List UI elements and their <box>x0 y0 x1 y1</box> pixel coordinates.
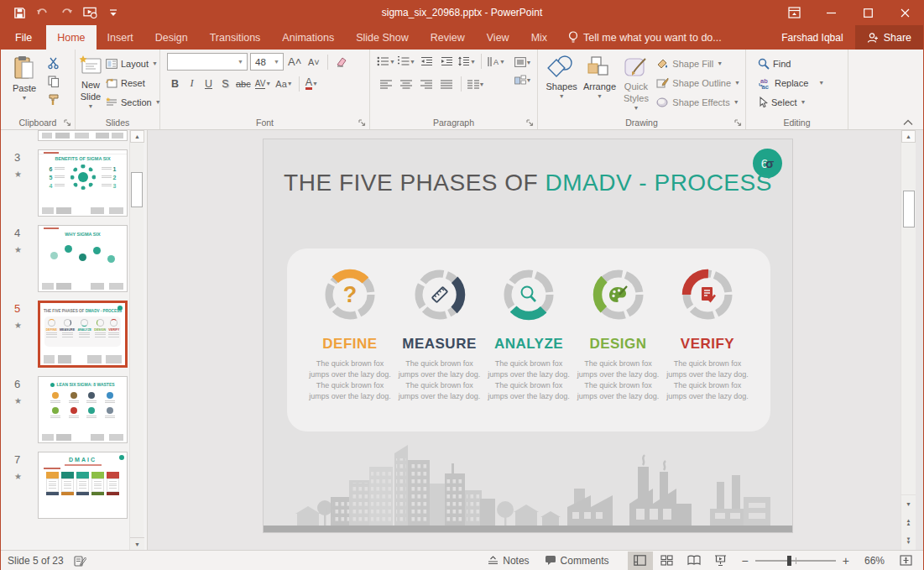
previous-slide-button[interactable]: ▲▲ <box>901 513 916 531</box>
zoom-out-button[interactable]: − <box>742 554 749 567</box>
paragraph-dialog-launcher[interactable] <box>526 119 535 128</box>
cut-button[interactable] <box>44 55 63 71</box>
increase-indent-button[interactable] <box>437 53 456 70</box>
reset-button[interactable]: Reset <box>102 74 164 92</box>
ribbon-display-options-button[interactable] <box>775 0 812 25</box>
thumbnail-scrollbar[interactable]: ▲ ▼ <box>129 130 144 550</box>
new-slide-button[interactable]: New Slide ▼ <box>79 53 102 115</box>
underline-button[interactable]: U <box>201 76 217 92</box>
collapse-ribbon-button[interactable] <box>903 119 913 126</box>
line-spacing-button[interactable]: ▼ <box>457 53 476 70</box>
thumbnail-slide-3[interactable]: 3 ★ BENEFITS OF SIGMA SIX 6 5 4 <box>1 141 127 217</box>
font-size-combo[interactable]: 48▼ <box>250 53 284 71</box>
decrease-indent-button[interactable] <box>417 53 436 70</box>
next-slide-button[interactable]: ▼▼ <box>901 531 916 550</box>
find-button[interactable]: Find <box>754 55 846 72</box>
paste-button[interactable]: Paste ▼ <box>4 53 44 115</box>
maximize-button[interactable] <box>849 0 886 25</box>
bold-button[interactable]: B <box>167 76 183 92</box>
align-center-button[interactable] <box>397 76 415 92</box>
decrease-font-size-button[interactable]: A˅ <box>305 54 321 70</box>
slide-canvas[interactable]: 6σ THE FIVE PHASES OF DMADV - PROCESS ? <box>148 130 901 550</box>
text-shadow-button[interactable]: S <box>217 76 233 92</box>
minimize-button[interactable] <box>812 0 849 25</box>
shape-outline-button[interactable]: Shape Outline▼ <box>653 74 744 92</box>
font-color-button[interactable]: A▼ <box>304 76 320 92</box>
section-button[interactable]: Section▼ <box>102 93 164 111</box>
phase-analyze[interactable]: ANALYZE The quick brown fox jumps over t… <box>486 265 572 431</box>
zoom-in-button[interactable]: + <box>843 554 849 567</box>
change-case-button[interactable]: Aa▼ <box>274 76 294 92</box>
bullets-button[interactable]: ▼ <box>377 53 395 70</box>
thumbnail-scrollbar-thumb[interactable] <box>131 172 143 207</box>
thumbnail-slide-7[interactable]: 7 ★ DMAIC <box>1 443 127 519</box>
zoom-thumb[interactable] <box>787 556 791 566</box>
zoom-slider[interactable]: − + <box>735 554 856 567</box>
notes-toggle-button[interactable]: Notes <box>481 551 535 570</box>
thumbnail-slide-6[interactable]: 6 ★ LEAN SIX SIGMA: 8 WASTES <box>1 368 127 443</box>
slide-editor[interactable]: 6σ THE FIVE PHASES OF DMADV - PROCESS ? <box>263 139 793 533</box>
drawing-dialog-launcher[interactable] <box>734 119 743 128</box>
select-button[interactable]: Select▼ <box>754 93 846 111</box>
tab-home[interactable]: Home <box>46 25 96 50</box>
numbering-button[interactable]: ▼ <box>397 53 415 70</box>
save-button[interactable] <box>9 3 29 23</box>
increase-font-size-button[interactable]: A˄ <box>286 54 303 70</box>
slide-show-button[interactable] <box>708 552 733 570</box>
align-text-button[interactable]: ▼ <box>514 55 532 70</box>
vertical-scrollbar[interactable]: ▲ ▼ ▲▲ ▼▼ <box>901 130 916 550</box>
comments-toggle-button[interactable]: Comments <box>538 551 616 570</box>
start-from-beginning-button[interactable] <box>80 3 100 23</box>
slide-sorter-view-button[interactable] <box>655 552 680 570</box>
phase-design[interactable]: DESIGN The quick brown fox jumps over th… <box>576 265 661 431</box>
thumbnail-slide-2-partial[interactable] <box>1 130 127 141</box>
tab-insert[interactable]: Insert <box>97 25 144 50</box>
tell-me-box[interactable]: Tell me what you want to do... <box>558 25 732 50</box>
thumbnail-slide-4[interactable]: 4 ★ WHY SIGMA SIX <box>1 217 127 292</box>
replace-button[interactable]: abac Replace▼ <box>754 74 846 92</box>
shape-fill-button[interactable]: Shape Fill▼ <box>653 55 744 72</box>
convert-to-smartart-button[interactable]: ▼ <box>514 72 532 87</box>
zoom-level-button[interactable]: 66% <box>858 551 891 570</box>
tab-view[interactable]: View <box>476 25 520 50</box>
scroll-up-button[interactable]: ▲ <box>901 130 916 143</box>
character-spacing-button[interactable]: AV▼ <box>253 76 274 92</box>
normal-view-button[interactable] <box>628 552 653 570</box>
account-user-button[interactable]: Farshad Iqbal <box>770 32 854 44</box>
font-dialog-launcher[interactable] <box>358 119 367 128</box>
thumbnail-slide-5[interactable]: 5 ★ THE FIVE PHASES OF DMADV - PROCESS D… <box>1 292 127 368</box>
scrollbar-thumb[interactable] <box>903 191 915 227</box>
tab-review[interactable]: Review <box>420 25 476 50</box>
justify-button[interactable] <box>437 76 456 92</box>
share-button[interactable]: Share <box>855 25 923 50</box>
strikethrough-button[interactable]: abc <box>234 76 253 92</box>
shape-effects-button[interactable]: Shape Effects▼ <box>653 93 744 111</box>
format-painter-button[interactable] <box>44 92 63 108</box>
phase-measure[interactable]: MEASURE The quick brown fox jumps over t… <box>397 265 483 431</box>
thumbnail-scroll-up-button[interactable]: ▲ <box>130 130 144 143</box>
copy-button[interactable] <box>44 73 63 90</box>
shapes-button[interactable]: Shapes ▼ <box>543 53 580 115</box>
arrange-button[interactable]: Arrange ▼ <box>580 53 619 115</box>
reading-view-button[interactable] <box>681 552 707 570</box>
scroll-down-button[interactable]: ▼ <box>901 494 916 513</box>
tab-transitions[interactable]: Transitions <box>199 25 272 50</box>
slide-title[interactable]: THE FIVE PHASES OF DMADV - PROCESS <box>264 170 792 196</box>
redo-button[interactable] <box>56 3 76 23</box>
spell-check-button[interactable] <box>74 555 86 567</box>
font-name-combo[interactable]: ▼ <box>167 53 248 71</box>
tab-animations[interactable]: Animations <box>271 25 345 50</box>
tab-design[interactable]: Design <box>144 25 199 50</box>
tab-mix[interactable]: Mix <box>520 25 558 50</box>
undo-button[interactable] <box>33 3 53 23</box>
tab-slide-show[interactable]: Slide Show <box>345 25 420 50</box>
close-button[interactable] <box>886 0 923 25</box>
text-direction-button[interactable]: A▼ <box>487 53 505 70</box>
clear-formatting-button[interactable] <box>334 54 350 70</box>
layout-button[interactable]: Layout▼ <box>102 55 164 72</box>
align-left-button[interactable] <box>377 76 395 92</box>
italic-button[interactable]: I <box>184 76 200 92</box>
clipboard-dialog-launcher[interactable] <box>64 119 72 128</box>
fit-slide-to-window-button[interactable] <box>893 552 918 570</box>
phase-define[interactable]: ? DEFINE The quick brown fox jumps over … <box>307 265 393 431</box>
